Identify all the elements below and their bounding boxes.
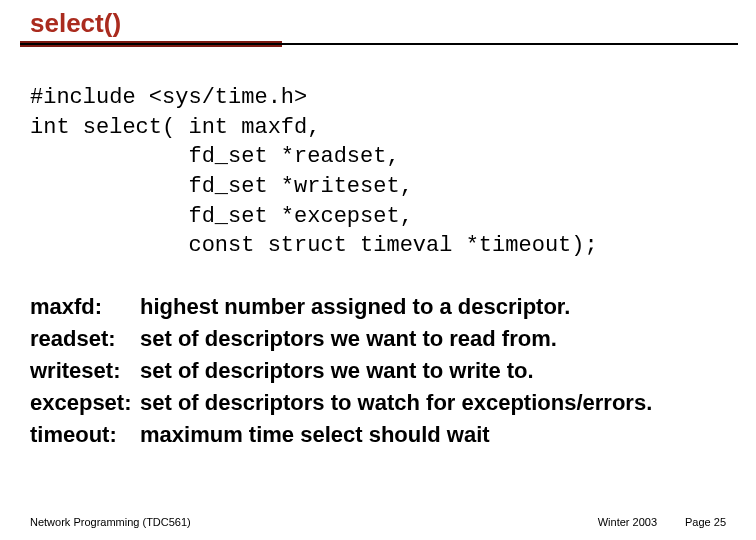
def-row: timeout: maximum time select should wait [30,419,726,451]
def-row: readset: set of descriptors we want to r… [30,323,726,355]
definitions: maxfd: highest number assigned to a desc… [30,291,726,450]
def-term-readset: readset: [30,323,140,355]
def-term-writeset: writeset: [30,355,140,387]
slide-title: select() [30,8,726,39]
title-rule [30,41,726,49]
def-desc-readset: set of descriptors we want to read from. [140,323,557,355]
title-rule-line [20,43,738,45]
slide: select() #include <sys/time.h> int selec… [0,0,756,540]
code-block: #include <sys/time.h> int select( int ma… [30,83,726,261]
def-term-maxfd: maxfd: [30,291,140,323]
footer-left: Network Programming (TDC561) [30,516,191,528]
def-desc-writeset: set of descriptors we want to write to. [140,355,534,387]
def-desc-timeout: maximum time select should wait [140,419,490,451]
footer-term: Winter 2003 [598,516,657,528]
def-term-timeout: timeout: [30,419,140,451]
footer: Network Programming (TDC561) Winter 2003… [30,516,726,528]
def-desc-maxfd: highest number assigned to a descriptor. [140,291,570,323]
title-region: select() [30,8,726,49]
footer-right: Winter 2003 Page 25 [598,516,726,528]
content: #include <sys/time.h> int select( int ma… [30,57,726,451]
def-row: maxfd: highest number assigned to a desc… [30,291,726,323]
def-desc-excepset: set of descriptors to watch for exceptio… [140,387,652,419]
def-row: writeset: set of descriptors we want to … [30,355,726,387]
def-term-excepset: excepset: [30,387,140,419]
def-row: excepset: set of descriptors to watch fo… [30,387,726,419]
footer-page: Page 25 [685,516,726,528]
